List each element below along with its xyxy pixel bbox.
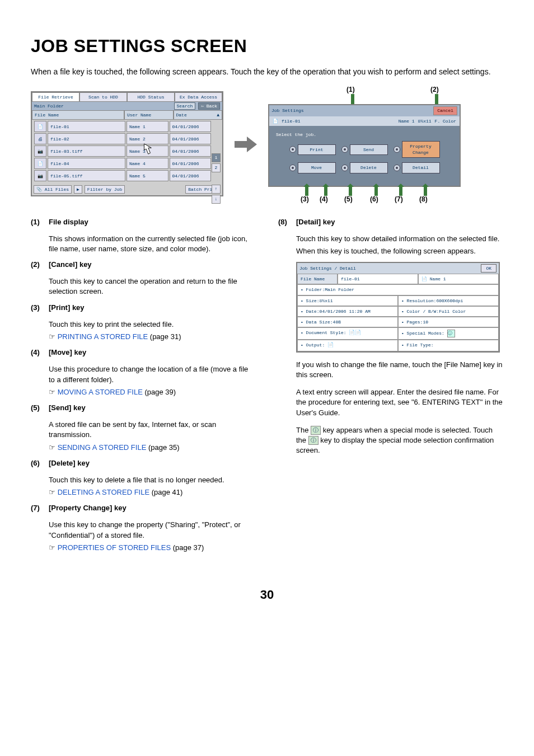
item-link-line: ☞ MOVING A STORED FILE (page 39) [49, 387, 256, 397]
callout-label: (8) [419, 195, 428, 204]
header-date[interactable]: Date▲ [174, 110, 223, 120]
item-desc: Touch this key to show detailed informat… [296, 234, 503, 244]
user-name-cell: Name 5 [127, 170, 168, 181]
pointer-icon: ☞ [49, 332, 58, 341]
job-icon: 📷 [34, 170, 46, 181]
table-row[interactable]: 📄 file-04 Name 4 04/01/2006 [33, 158, 212, 170]
detail-cell: • Size:8½x11 [297, 295, 398, 306]
item-number: (1) [31, 217, 49, 228]
tab-ex-data-access[interactable]: Ex Data Access [175, 92, 222, 102]
item-desc: Touch this key to cancel the operation a… [49, 276, 256, 297]
print-button[interactable]: Print [298, 144, 336, 155]
detail-cell: • Special Modes: ⓘ [398, 327, 499, 340]
cross-ref-link[interactable]: MOVING A STORED FILE [58, 388, 143, 396]
page-ref: (page 35) [146, 443, 179, 452]
detail-button[interactable]: Detail [402, 162, 440, 173]
special-mode-icon[interactable]: ⓘ [447, 330, 455, 337]
ok-button[interactable]: OK [481, 264, 496, 273]
move-button[interactable]: Move [298, 162, 336, 173]
list-item: (1)File display [31, 217, 256, 228]
search-button[interactable]: Search [174, 102, 196, 110]
property-change-button[interactable]: Property Change [402, 141, 440, 158]
job-icon: 📄 [34, 158, 46, 169]
item-number: (6) [31, 458, 49, 469]
folder-label: Main Folder [34, 103, 64, 109]
filter-by-job-button[interactable]: Filter by Job [85, 185, 125, 194]
item-link-line: ☞ PRINTING A STORED FILE (page 31) [49, 332, 256, 342]
table-row[interactable]: 🖨 file-02 Name 2 04/01/2006 [33, 133, 212, 145]
file-selection-panel: File Retrieve Scan to HDD HDD Status Ex … [31, 91, 223, 197]
list-item: (5)[Send] key [31, 403, 256, 414]
table-row[interactable]: 📄 file-01 Name 1 04/01/2006 [33, 121, 212, 133]
scroll-down-button[interactable]: ↓ [212, 195, 221, 204]
job-icon: 📷 [34, 145, 46, 157]
detail-panel: Job Settings / Detail OK File Name file-… [296, 262, 500, 353]
item-title: [Detail] key [296, 217, 503, 227]
sort-icon: ▲ [217, 112, 219, 118]
radio-icon [341, 146, 348, 153]
file-name-value: file-01 [338, 274, 418, 284]
date-cell: 04/01/2006 [170, 170, 212, 181]
header-file-name[interactable]: File Name [32, 110, 124, 120]
job-settings-panel: Job Settings Cancel 📄 file-01 Name 1 8½x… [268, 104, 461, 186]
radio-icon [394, 146, 400, 153]
detail-row: • Data Size:40B• Pages:10 [297, 317, 499, 327]
cross-ref-link[interactable]: SENDING A STORED FILE [58, 443, 147, 452]
all-files-button[interactable]: 📎 All Files [34, 185, 72, 194]
delete-button[interactable]: Delete [350, 162, 388, 173]
file-display: 📄 file-01 Name 1 8½x11 F. Color [269, 116, 460, 126]
page-ref: (page 37) [171, 543, 204, 552]
page-ref: (page 41) [149, 488, 182, 496]
file-name-key[interactable]: File Name [297, 274, 338, 284]
send-button[interactable]: Send [350, 144, 388, 155]
item-title: [Print] key [49, 303, 256, 313]
arrow-right-icon [235, 135, 257, 152]
item-number: (5) [31, 403, 49, 414]
detail-row: • Document Style: 📄📄• Special Modes: ⓘ [297, 327, 499, 340]
cross-ref-link[interactable]: PRINTING A STORED FILE [58, 332, 148, 341]
item-desc: Use this key to change the property ("Sh… [49, 520, 256, 540]
table-row[interactable]: 📷 file-03.tiff Name 3 04/01/2006 [33, 145, 212, 158]
detail-cell: • File Type: [398, 340, 499, 351]
tab-file-retrieve[interactable]: File Retrieve [32, 92, 79, 102]
user-name-cell: Name 4 [127, 158, 168, 169]
item-link-line: ☞ SENDING A STORED FILE (page 35) [49, 443, 256, 453]
user-name-cell: Name 1 [127, 121, 168, 132]
pointer-icon: ☞ [49, 488, 58, 496]
callout-label: (6) [370, 195, 378, 204]
detail-cell: • Resolution:600X600dpi [398, 295, 499, 306]
item-title: [Move] key [49, 348, 256, 358]
pointer-icon: ☞ [49, 388, 58, 396]
item-desc: When this key is touched, the following … [296, 246, 503, 256]
date-cell: 04/01/2006 [170, 133, 212, 144]
detail-cell: • Output: 📄 [297, 340, 398, 351]
user-value: 📄 Name 1 [418, 274, 499, 284]
table-row[interactable]: 📷 file-05.tiff Name 5 04/01/2006 [33, 170, 212, 182]
tab-hdd-status[interactable]: HDD Status [127, 92, 175, 102]
tab-scan-to-hdd[interactable]: Scan to HDD [79, 92, 127, 102]
item-number: (4) [31, 348, 49, 359]
size-value: 8½x11 [418, 118, 432, 124]
after-detail-p1: If you wish to change the file name, tou… [296, 360, 503, 380]
detail-row: • Date:04/01/2006 11:20 AM• Color / B/W:… [297, 306, 499, 317]
page-current: 1 [212, 153, 221, 162]
cross-ref-link[interactable]: PROPERTIES OF STORED FILES [58, 543, 171, 552]
detail-cell: • Color / B/W:Full Color [398, 306, 499, 317]
scroll-up-button[interactable]: ↑ [212, 185, 221, 194]
radio-icon [394, 165, 400, 171]
after-detail-p3: The ⓘ key appears when a special mode is… [296, 425, 503, 456]
radio-icon [289, 165, 296, 171]
job-icon: 🖨 [34, 133, 46, 144]
expand-button[interactable]: ▶ [74, 185, 82, 194]
touch-cursor-icon [141, 143, 153, 156]
after-detail-p2: A text entry screen will appear. Enter t… [296, 387, 503, 418]
job-icon: 📄 [273, 118, 278, 124]
header-user-name[interactable]: User Name [124, 110, 174, 120]
cancel-button[interactable]: Cancel [433, 106, 457, 115]
item-title: [Property Change] key [49, 503, 256, 513]
item-number: (3) [31, 303, 49, 314]
back-button[interactable]: ⇦ Back [198, 102, 220, 110]
special-mode-icon: ⓘ [308, 436, 318, 445]
cross-ref-link[interactable]: DELETING A STORED FILE [58, 488, 149, 496]
item-number: (8) [278, 217, 296, 228]
